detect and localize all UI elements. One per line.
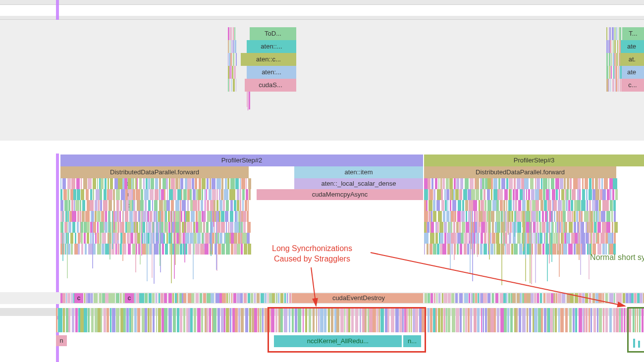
upper-stripes-right [0, 20, 644, 141]
normal-sync-callout-box [627, 307, 644, 353]
cuda-event-track[interactable]: c c cudaEventDestroy [0, 292, 644, 304]
annotation-line: Long Syncrhonizations [272, 244, 352, 253]
upper-track[interactable]: ToD... aten::... aten::c... aten:... cud… [0, 20, 644, 141]
timeline-ruler [0, 16, 644, 20]
annotation-line: Caused by Stragglers [274, 255, 350, 263]
profiler-step-3[interactable]: ProfilerStep#3 [424, 155, 644, 166]
ddp-forward-bar[interactable]: DistributedDataParallel.forward [424, 166, 616, 178]
top-ruler [0, 0, 644, 5]
tick-marks [633, 339, 635, 348]
tick-marks [638, 341, 640, 348]
ddp-forward-bar[interactable]: DistributedDataParallel.forward [60, 166, 249, 178]
flame-stripes-left [60, 178, 249, 277]
aten-item-bar[interactable]: aten::item [294, 166, 423, 178]
local-scalar-bar[interactable]: aten::_local_scalar_dense [294, 178, 423, 189]
normal-sync-annotation: Normal short syn [571, 253, 644, 263]
cuda-event-destroy-bar[interactable]: cudaEventDestroy [294, 293, 423, 303]
long-sync-callout-box [268, 307, 426, 353]
long-sync-annotation: Long Syncrhonizations Caused by Straggle… [258, 244, 367, 264]
c-box[interactable]: c [125, 293, 134, 303]
c-box[interactable]: c [74, 293, 83, 303]
memcpy-bar[interactable]: cudaMemcpyAsync [257, 189, 423, 200]
profiler-step-2[interactable]: ProfilerStep#2 [60, 155, 423, 166]
